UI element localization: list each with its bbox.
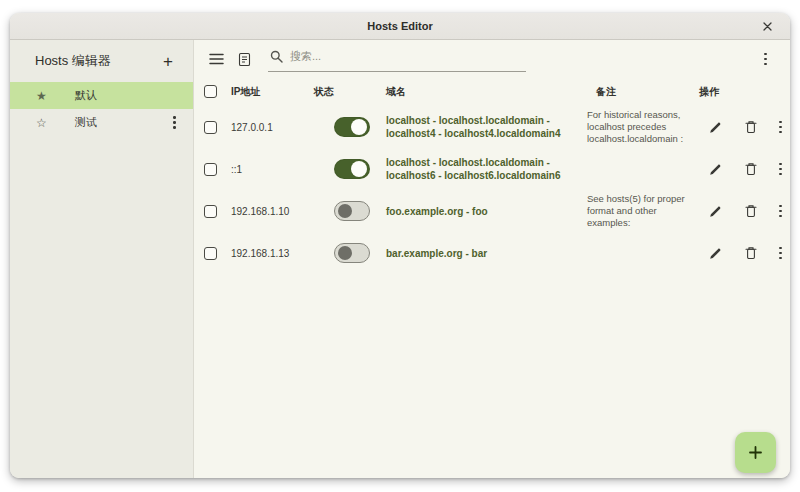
- sidebar-item-test[interactable]: ☆ 测试: [10, 109, 193, 136]
- file-button[interactable]: [234, 48, 255, 71]
- host-row: 192.168.1.13 bar.example.org - bar: [202, 233, 790, 273]
- row-checkbox[interactable]: [204, 247, 217, 260]
- col-header-ip: IP地址: [231, 85, 314, 99]
- trash-icon: [745, 120, 757, 134]
- document-icon: [238, 52, 251, 67]
- col-header-note: 备注: [596, 85, 699, 99]
- sidebar: Hosts 编辑器 + ★ 默认 ☆ 测试: [10, 40, 194, 478]
- ip-cell: 192.168.1.10: [231, 206, 314, 217]
- table-header: IP地址 状态 域名 备注 操作: [202, 78, 790, 105]
- note-cell: See hosts(5) for proper format and other…: [587, 193, 699, 229]
- row-actions: [699, 242, 790, 264]
- status-toggle[interactable]: [334, 117, 370, 137]
- domain-cell: foo.example.org - foo: [386, 205, 587, 218]
- item-menu-button[interactable]: [170, 113, 179, 132]
- hosts-editor-window: Hosts Editor Hosts 编辑器 + ★ 默认 ☆ 测试: [10, 13, 790, 478]
- status-toggle[interactable]: [334, 159, 370, 179]
- close-button[interactable]: [757, 13, 778, 39]
- trash-icon: [745, 162, 757, 176]
- close-icon: [763, 22, 772, 31]
- delete-button[interactable]: [741, 116, 761, 138]
- sidebar-item-label: 测试: [75, 115, 97, 130]
- pencil-icon: [709, 205, 722, 218]
- host-lists: ★ 默认 ☆ 测试: [10, 82, 193, 136]
- search-entry[interactable]: [268, 47, 526, 72]
- host-row: ::1 localhost - localhost.localdomain - …: [202, 149, 790, 189]
- sidebar-header: Hosts 编辑器 +: [10, 40, 193, 82]
- window-title: Hosts Editor: [367, 20, 432, 32]
- row-actions: [699, 158, 790, 180]
- row-checkbox[interactable]: [204, 121, 217, 134]
- hamburger-icon: [209, 53, 224, 65]
- star-filled-icon: ★: [36, 90, 47, 102]
- search-input[interactable]: [290, 50, 490, 62]
- table-body: 127.0.0.1 localhost - localhost.localdom…: [202, 105, 790, 273]
- delete-button[interactable]: [741, 200, 761, 222]
- sidebar-item-default[interactable]: ★ 默认: [10, 82, 193, 109]
- edit-button[interactable]: [705, 117, 726, 138]
- domain-cell: localhost - localhost.localdomain - loca…: [386, 156, 587, 182]
- delete-button[interactable]: [741, 242, 761, 264]
- ip-cell: 127.0.0.1: [231, 122, 314, 133]
- host-row: 192.168.1.10 foo.example.org - foo See h…: [202, 189, 790, 233]
- select-all-checkbox[interactable]: [204, 85, 217, 98]
- row-menu-button[interactable]: [776, 244, 785, 263]
- status-toggle[interactable]: [334, 201, 370, 221]
- pencil-icon: [709, 121, 722, 134]
- main-menu-button[interactable]: [761, 50, 770, 69]
- hosts-table: IP地址 状态 域名 备注 操作 127.0.0.1 localhost - l…: [194, 78, 790, 273]
- search-icon: [270, 50, 283, 63]
- add-host-button[interactable]: [735, 432, 776, 473]
- pencil-icon: [709, 163, 722, 176]
- menu-button[interactable]: [205, 49, 228, 69]
- col-header-actions: 操作: [699, 85, 790, 99]
- star-outline-icon: ☆: [36, 117, 47, 129]
- col-header-domain: 域名: [386, 85, 587, 99]
- delete-button[interactable]: [741, 158, 761, 180]
- row-menu-button[interactable]: [776, 202, 785, 221]
- host-row: 127.0.0.1 localhost - localhost.localdom…: [202, 105, 790, 149]
- note-cell: For historical reasons, localhost preced…: [587, 109, 699, 145]
- ip-cell: ::1: [231, 164, 314, 175]
- sidebar-item-label: 默认: [75, 88, 97, 103]
- col-header-status: 状态: [314, 85, 386, 99]
- pencil-icon: [709, 247, 722, 260]
- domain-cell: localhost - localhost.localdomain - loca…: [386, 114, 587, 140]
- status-toggle[interactable]: [334, 243, 370, 263]
- row-menu-button[interactable]: [776, 160, 785, 179]
- trash-icon: [745, 204, 757, 218]
- row-checkbox[interactable]: [204, 205, 217, 218]
- domain-cell: bar.example.org - bar: [386, 247, 587, 260]
- add-list-button[interactable]: +: [159, 51, 177, 72]
- row-actions: [699, 200, 790, 222]
- row-menu-button[interactable]: [776, 118, 785, 137]
- toolbar: [194, 40, 790, 78]
- edit-button[interactable]: [705, 243, 726, 264]
- edit-button[interactable]: [705, 201, 726, 222]
- trash-icon: [745, 246, 757, 260]
- sidebar-title: Hosts 编辑器: [35, 52, 111, 70]
- edit-button[interactable]: [705, 159, 726, 180]
- main-panel: IP地址 状态 域名 备注 操作 127.0.0.1 localhost - l…: [194, 40, 790, 478]
- ip-cell: 192.168.1.13: [231, 248, 314, 259]
- row-checkbox[interactable]: [204, 163, 217, 176]
- row-actions: [699, 116, 790, 138]
- plus-icon: [749, 446, 762, 459]
- titlebar[interactable]: Hosts Editor: [10, 13, 790, 40]
